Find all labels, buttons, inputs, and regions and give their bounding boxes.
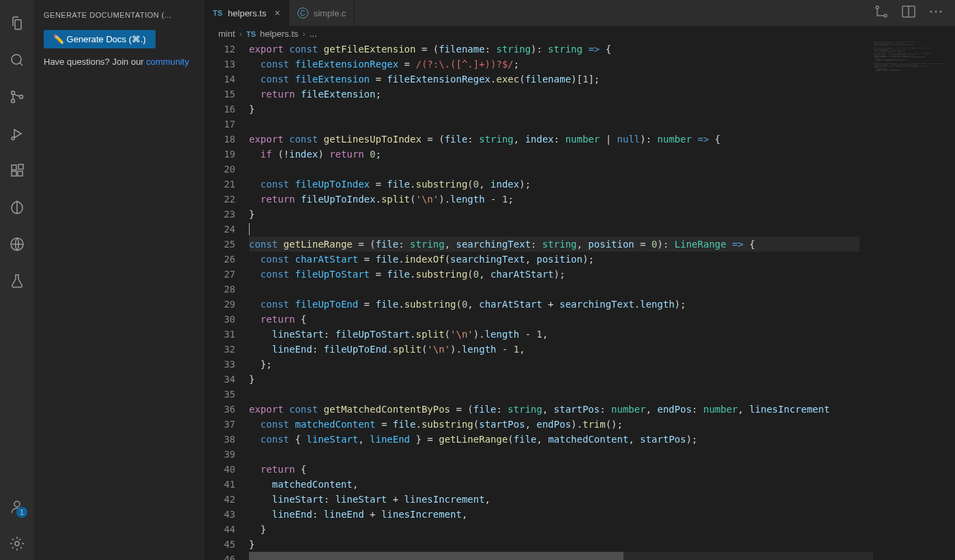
svg-point-1: [12, 91, 15, 95]
svg-point-0: [12, 55, 21, 64]
typescript-icon: TS: [246, 30, 256, 38]
activity-bar: 1: [0, 0, 34, 560]
compare-icon[interactable]: [873, 3, 890, 23]
tab-bar: TS helpers.ts × C simple.c: [205, 0, 955, 26]
svg-point-15: [930, 11, 932, 13]
minimap[interactable]: export const getFileExtension = (filenam…: [873, 42, 955, 560]
community-link[interactable]: community: [146, 57, 189, 67]
tab-actions: [873, 0, 955, 26]
svg-rect-6: [12, 171, 16, 176]
svg-point-13: [884, 14, 887, 17]
explorer-icon[interactable]: [0, 7, 34, 40]
svg-point-3: [20, 95, 23, 99]
more-icon[interactable]: [928, 3, 944, 23]
settings-gear-icon[interactable]: [0, 527, 34, 560]
tab-label: simple.c: [314, 8, 347, 18]
extensions-icon[interactable]: [0, 154, 34, 187]
svg-point-2: [12, 100, 15, 103]
svg-point-11: [15, 542, 19, 546]
account-badge: 1: [16, 507, 27, 518]
tab-label: helpers.ts: [228, 8, 266, 18]
account-icon[interactable]: 1: [0, 490, 34, 523]
search-icon[interactable]: [0, 44, 34, 76]
sidebar-help-text: Have questions? Join our community: [44, 55, 195, 69]
svg-point-4: [12, 137, 14, 140]
breadcrumb-part[interactable]: helpers.ts: [260, 29, 298, 39]
chevron-right-icon: ›: [239, 29, 242, 39]
breadcrumb-part[interactable]: mint: [218, 29, 235, 39]
debug-icon[interactable]: [0, 117, 34, 150]
line-number-gutter: 1213141516171819202122232425262728293031…: [205, 42, 249, 560]
c-icon: C: [297, 8, 308, 18]
code-content[interactable]: export const getFileExtension = (filenam…: [249, 42, 955, 560]
sidebar-title: GENERATE DOCUMENTATION (...: [44, 7, 195, 23]
svg-rect-5: [12, 165, 16, 170]
beaker-icon[interactable]: [0, 265, 34, 297]
breadcrumb[interactable]: mint › TS helpers.ts › ...: [205, 26, 955, 42]
editor-group: TS helpers.ts × C simple.c mint › TS hel…: [205, 0, 955, 560]
svg-point-17: [940, 11, 942, 13]
scrollbar-thumb[interactable]: [249, 552, 623, 560]
chevron-right-icon: ›: [302, 29, 305, 39]
typescript-icon: TS: [213, 9, 222, 17]
svg-rect-7: [18, 171, 23, 176]
sidebar-panel: GENERATE DOCUMENTATION (... ✏️ Generate …: [34, 0, 205, 560]
horizontal-scrollbar[interactable]: [249, 552, 873, 560]
breadcrumb-part[interactable]: ...: [310, 29, 317, 39]
svg-point-10: [14, 501, 20, 507]
globe-icon[interactable]: [0, 228, 34, 261]
code-editor[interactable]: 1213141516171819202122232425262728293031…: [205, 42, 955, 560]
svg-point-16: [935, 11, 937, 13]
generate-docs-button[interactable]: ✏️ Generate Docs (⌘.): [44, 30, 156, 48]
leaf-icon[interactable]: [0, 191, 34, 224]
source-control-icon[interactable]: [0, 80, 34, 113]
close-icon[interactable]: ×: [274, 8, 280, 18]
tab-simple-c[interactable]: C simple.c: [289, 0, 355, 26]
tab-helpers-ts[interactable]: TS helpers.ts ×: [205, 0, 289, 26]
split-editor-icon[interactable]: [900, 3, 917, 23]
svg-point-12: [876, 6, 879, 9]
svg-rect-8: [18, 164, 23, 169]
